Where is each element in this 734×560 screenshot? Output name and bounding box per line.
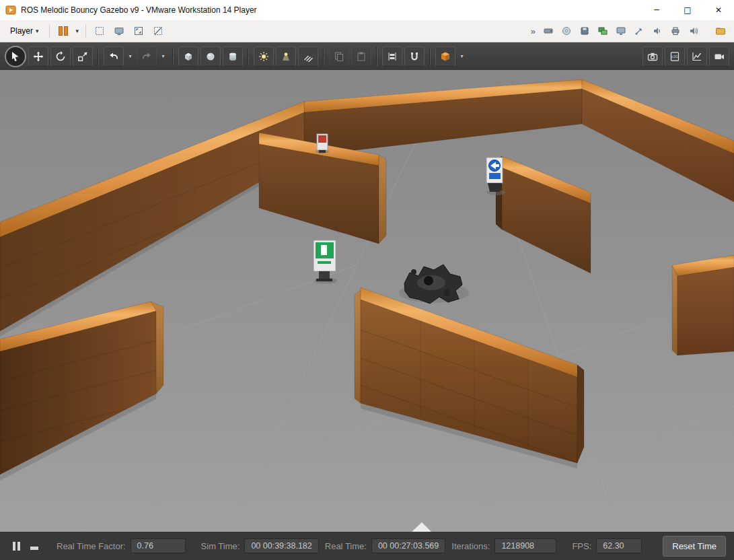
network-icon [597, 26, 608, 36]
cdrom-device-button[interactable] [558, 23, 575, 39]
wall-right-lower[interactable] [672, 255, 734, 355]
player-menu-arrow-icon: ▾ [36, 28, 39, 34]
rotate-icon [55, 51, 66, 62]
real-time-factor-field: Real Time Factor: 0.76 [57, 538, 186, 553]
spot-light-icon [281, 51, 291, 62]
sun-icon [258, 51, 269, 62]
toolbar-separator [172, 47, 174, 66]
view-angle-button[interactable] [435, 46, 455, 67]
keyboard-icon [114, 26, 124, 36]
align-icon [387, 51, 398, 62]
screenshot-button[interactable] [643, 46, 663, 67]
box-icon [183, 51, 194, 62]
network-device-button[interactable] [595, 23, 611, 39]
redo-button[interactable] [137, 46, 157, 67]
insert-sphere-button[interactable] [200, 46, 221, 67]
copy-icon [334, 51, 344, 62]
titlebar: ROS Melodic Bouncy Gazebo v9 - VMware Wo… [0, 0, 734, 20]
align-tool-button[interactable] [382, 46, 402, 67]
insert-cylinder-button[interactable] [223, 46, 243, 67]
usb-icon [634, 26, 645, 36]
rotate-tool-button[interactable] [50, 46, 71, 67]
select-tool-button[interactable] [5, 46, 26, 67]
hard-disk-icon [543, 26, 554, 36]
plot-button[interactable] [687, 46, 707, 67]
scene-canvas[interactable] [0, 70, 734, 532]
cd-icon [561, 26, 572, 36]
redo-icon [141, 51, 152, 62]
undo-history-dropdown[interactable]: ▾ [126, 46, 135, 67]
toolbar-separator [248, 47, 249, 66]
directional-light-icon [303, 51, 314, 62]
floppy-device-button[interactable] [577, 23, 593, 39]
red-sign[interactable] [316, 134, 329, 153]
display-icon [616, 26, 626, 36]
log-icon: LOG [669, 51, 680, 62]
fps-value: 62.30 [596, 538, 642, 553]
display-device-button[interactable] [613, 23, 629, 39]
paste-button[interactable] [351, 46, 371, 67]
translate-tool-button[interactable] [28, 46, 48, 67]
video-camera-icon [714, 51, 725, 62]
vmware-toolbar: Player ▾ ▾ » [0, 20, 734, 42]
sound-level-device-button[interactable] [686, 23, 702, 39]
fullscreen-button[interactable] [131, 23, 147, 39]
log-record-button[interactable]: LOG [665, 46, 685, 67]
iterations-value: 1218908 [494, 538, 556, 553]
grab-input-button[interactable] [91, 23, 108, 39]
real-time-value: 00 00:27:03.569 [371, 538, 445, 553]
toolbar-separator [376, 47, 377, 66]
sim-time-label: Sim Time: [201, 541, 240, 551]
sound-device-button[interactable] [649, 23, 665, 39]
library-button[interactable] [712, 23, 729, 39]
iterations-label: Iterations: [451, 541, 490, 551]
fps-label: FPS: [572, 541, 591, 551]
real-time-factor-value: 0.76 [131, 538, 186, 553]
vm-device-icons: » [528, 23, 729, 39]
expand-toolbar-button[interactable]: » [528, 26, 538, 36]
grab-input-icon [94, 26, 105, 36]
printer-device-button[interactable] [667, 23, 684, 39]
spot-light-button[interactable] [276, 46, 296, 67]
insert-box-button[interactable] [178, 46, 198, 67]
sphere-icon [205, 51, 216, 62]
hard-disk-device-button[interactable] [540, 23, 556, 39]
scale-tool-button[interactable] [73, 46, 93, 67]
usb-device-button[interactable] [631, 23, 647, 39]
pause-vm-button[interactable] [55, 23, 71, 39]
undo-button[interactable] [104, 46, 124, 67]
toolbar-separator [323, 47, 324, 66]
redo-history-dropdown[interactable]: ▾ [159, 46, 168, 67]
close-button[interactable]: ✕ [703, 0, 734, 20]
reset-time-button[interactable]: Reset Time [663, 536, 726, 557]
toolbar-separator [85, 24, 86, 38]
unity-mode-icon [153, 26, 163, 36]
video-record-button[interactable] [709, 46, 729, 67]
minimize-button[interactable]: ─ [641, 0, 672, 20]
gazebo-3d-viewport[interactable] [0, 70, 734, 532]
speaker-icon [652, 26, 663, 36]
sim-time-value: 00 00:39:38.182 [244, 538, 318, 553]
sim-step-button[interactable] [30, 547, 38, 550]
camera-icon [647, 51, 658, 62]
unity-mode-button[interactable] [150, 23, 166, 39]
select-arrow-icon [10, 51, 21, 62]
point-light-button[interactable] [254, 46, 274, 67]
translate-icon [33, 51, 44, 62]
svg-text:LOG: LOG [671, 55, 678, 58]
view-cube-icon [440, 51, 451, 62]
ctrl-alt-del-button[interactable] [111, 23, 127, 39]
pause-options-dropdown[interactable]: ▾ [75, 26, 81, 36]
sim-pause-button[interactable] [8, 538, 24, 554]
gazebo-statusbar: Real Time Factor: 0.76 Sim Time: 00 00:3… [0, 532, 734, 560]
player-menu[interactable]: Player ▾ [5, 24, 44, 38]
vmware-app-icon [5, 5, 16, 15]
maximize-button[interactable]: □ [672, 0, 703, 20]
directional-light-button[interactable] [298, 46, 318, 67]
snap-tool-button[interactable] [404, 46, 425, 67]
view-angle-dropdown[interactable]: ▾ [457, 46, 466, 67]
window-title: ROS Melodic Bouncy Gazebo v9 - VMware Wo… [21, 5, 257, 15]
copy-button[interactable] [329, 46, 349, 67]
floppy-icon [579, 26, 590, 36]
chevron-down-icon: ▾ [76, 28, 79, 34]
